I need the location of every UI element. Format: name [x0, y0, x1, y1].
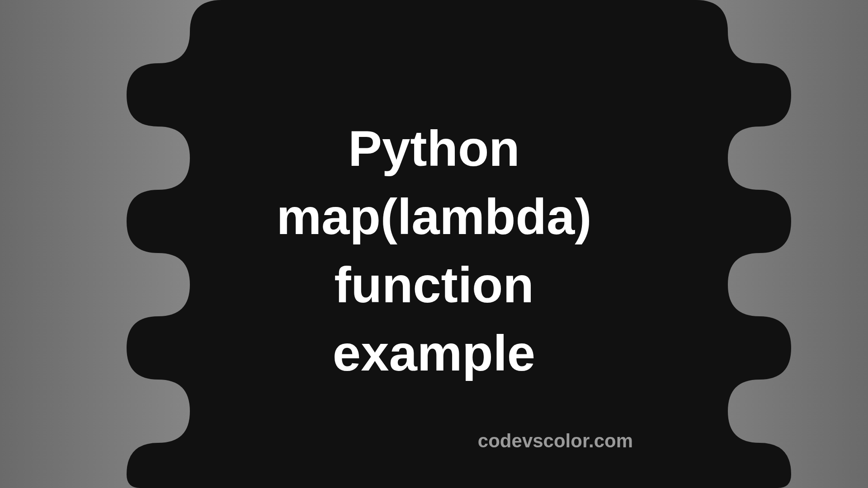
blob-container: Python map(lambda) function example code… [63, 0, 805, 488]
site-url: codevscolor.com [478, 430, 633, 452]
title-line-3: function [277, 251, 592, 319]
title-line-4: example [277, 319, 592, 387]
title-line-2: map(lambda) [277, 183, 592, 251]
main-title: Python map(lambda) function example [277, 114, 592, 388]
title-line-1: Python [277, 114, 592, 183]
content-area: Python map(lambda) function example code… [63, 0, 805, 488]
